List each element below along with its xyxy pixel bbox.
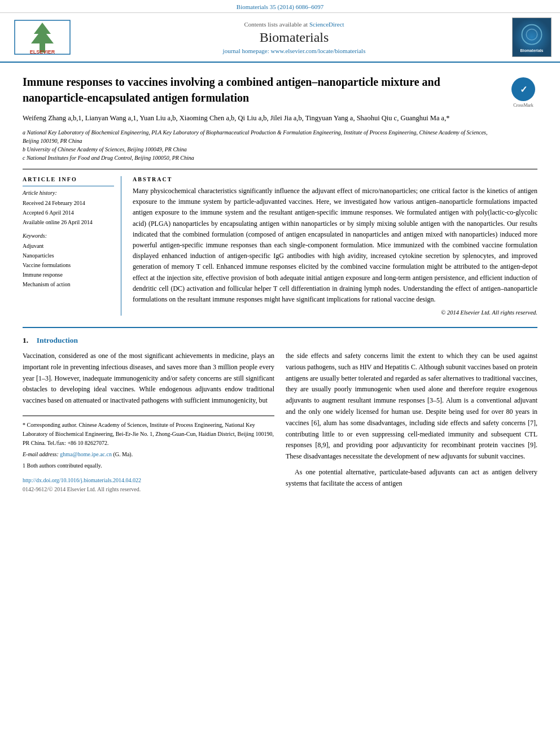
section-number: 1.	[23, 336, 28, 344]
crossmark-label: CrossMark	[513, 103, 533, 108]
copyright-line: © 2014 Elsevier Ltd. All rights reserved…	[133, 309, 537, 316]
intro-left-text: Vaccination, considered as one of the mo…	[23, 351, 274, 407]
article-title-section: Immune responses to vaccines involving a…	[23, 74, 537, 169]
article-title-text: Immune responses to vaccines involving a…	[23, 74, 498, 162]
footnote-1: 1 Both authors contributed equally.	[23, 461, 274, 470]
journal-thumb: Biomaterials	[509, 18, 554, 57]
introduction-section: 1. Introduction Vaccination, considered …	[23, 327, 537, 494]
available-date: Available online 26 April 2014	[23, 217, 114, 227]
intro-body-columns: Vaccination, considered as one of the mo…	[23, 351, 537, 494]
elsevier-logo: ELSEVIER	[14, 20, 71, 55]
keyword-5: Mechanism of action	[23, 279, 114, 289]
email-address[interactable]: ghma@home.ipe.ac.cn	[60, 451, 112, 457]
article-history-section: Article history: Received 24 February 20…	[23, 186, 114, 227]
abstract-title: ABSTRACT	[133, 176, 537, 182]
intro-right-text: the side effects and safety concerns lim…	[286, 351, 537, 490]
affiliations: a National Key Laboratory of Biochemical…	[23, 128, 498, 162]
affiliation-a: a National Key Laboratory of Biochemical…	[23, 128, 498, 145]
intro-left-col: Vaccination, considered as one of the mo…	[23, 351, 274, 494]
keyword-2: Nanoparticles	[23, 251, 114, 260]
intro-right-col: the side effects and safety concerns lim…	[286, 351, 537, 494]
svg-text:Biomaterials: Biomaterials	[520, 49, 544, 53]
email-line: E-mail address: ghma@home.ipe.ac.cn (G. …	[23, 450, 274, 459]
affiliation-c: c National Institutes for Food and Drug …	[23, 154, 498, 162]
history-label: Article history:	[23, 190, 114, 196]
elsevier-logo-svg: ELSEVIER	[14, 20, 71, 55]
email-person: (G. Ma).	[113, 451, 133, 457]
article-dates: Received 24 February 2014 Accepted 6 Apr…	[23, 198, 114, 227]
keyword-3: Vaccine formulations	[23, 260, 114, 270]
paper-content: Immune responses to vaccines involving a…	[0, 63, 560, 505]
footnotes-section: * Corresponding author. Chinese Academy …	[23, 416, 274, 494]
svg-text:ELSEVIER: ELSEVIER	[30, 49, 55, 55]
corresponding-note: * Corresponding author. Chinese Academy …	[23, 421, 274, 448]
article-title: Immune responses to vaccines involving a…	[23, 74, 498, 106]
article-info-column: ARTICLE INFO Article history: Received 2…	[23, 176, 121, 316]
accepted-date: Accepted 6 April 2014	[23, 208, 114, 217]
abstract-column: ABSTRACT Many physicochemical characteri…	[133, 176, 537, 316]
intro-right-para-2: As one potential alternative, particulat…	[286, 467, 537, 490]
journal-name: Biomaterials	[260, 30, 329, 45]
keyword-4: Immune response	[23, 270, 114, 279]
received-date: Received 24 February 2014	[23, 198, 114, 208]
intro-para-1: Vaccination, considered as one of the mo…	[23, 351, 274, 407]
email-label: E-mail address:	[23, 451, 59, 457]
article-info-title: ARTICLE INFO	[23, 176, 114, 182]
doi-link[interactable]: http://dx.doi.org/10.1016/j.biomaterials…	[23, 477, 141, 483]
science-direct-line: Contents lists available at ScienceDirec…	[244, 21, 344, 28]
journal-header: ELSEVIER Contents lists available at Sci…	[0, 13, 560, 63]
abstract-body: Many physicochemical characteristics sig…	[133, 186, 537, 305]
section-title: Introduction	[37, 336, 78, 344]
keyword-1: Adjuvant	[23, 241, 114, 251]
science-direct-link[interactable]: ScienceDirect	[309, 21, 344, 28]
section-header: 1. Introduction	[23, 336, 537, 345]
keywords-list: Adjuvant Nanoparticles Vaccine formulati…	[23, 241, 114, 289]
journal-homepage: journal homepage: www.elsevier.com/locat…	[223, 47, 366, 54]
abstract-text-content: Many physicochemical characteristics sig…	[133, 187, 537, 303]
keywords-label: Keywords:	[23, 233, 114, 239]
info-abstract-columns: ARTICLE INFO Article history: Received 2…	[23, 176, 537, 316]
svg-text:✓: ✓	[520, 85, 527, 94]
crossmark-area: ✓ CrossMark	[509, 74, 537, 162]
journal-citation: Biomaterials 35 (2014) 6086–6097	[237, 3, 323, 10]
journal-citation-bar: Biomaterials 35 (2014) 6086–6097	[0, 0, 560, 13]
affiliation-b: b University of Chinese Academy of Scien…	[23, 145, 498, 154]
authors: Weifeng Zhang a,b,1, Lianyan Wang a,1, Y…	[23, 114, 450, 122]
authors-line: Weifeng Zhang a,b,1, Lianyan Wang a,1, Y…	[23, 112, 498, 124]
issn-line: 0142-9612/© 2014 Elsevier Ltd. All right…	[23, 485, 274, 494]
keywords-section: Keywords: Adjuvant Nanoparticles Vaccine…	[23, 233, 114, 289]
journal-cover-image: Biomaterials	[512, 18, 552, 57]
elsevier-logo-area: ELSEVIER	[6, 18, 79, 57]
crossmark-icon: ✓	[511, 77, 536, 102]
journal-center-info: Contents lists available at ScienceDirec…	[85, 18, 504, 57]
intro-right-para-1: the side effects and safety concerns lim…	[286, 351, 537, 462]
doi-line[interactable]: http://dx.doi.org/10.1016/j.biomaterials…	[23, 476, 274, 485]
